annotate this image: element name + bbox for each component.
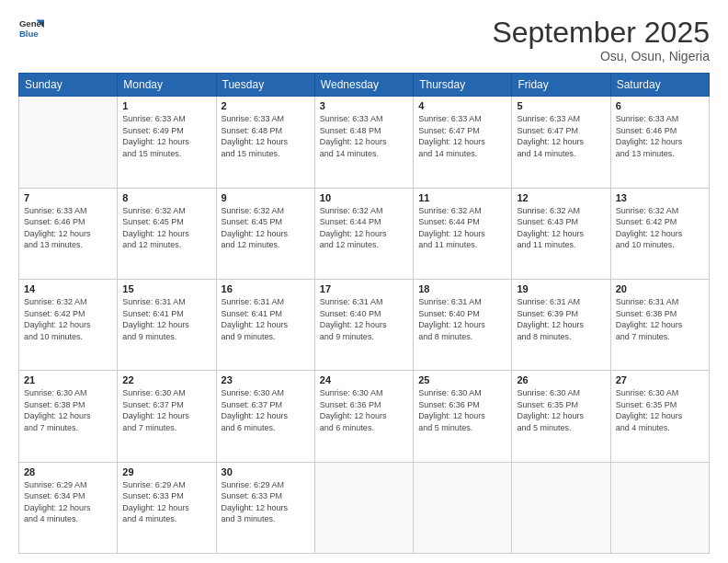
day-info: Sunrise: 6:30 AMSunset: 6:35 PMDaylight:… — [517, 387, 605, 433]
day-info: Sunrise: 6:33 AMSunset: 6:46 PMDaylight:… — [24, 205, 112, 251]
day-info: Sunrise: 6:30 AMSunset: 6:38 PMDaylight:… — [24, 387, 112, 433]
day-info: Sunrise: 6:32 AMSunset: 6:44 PMDaylight:… — [418, 205, 506, 251]
calendar-week-row-2: 7Sunrise: 6:33 AMSunset: 6:46 PMDaylight… — [19, 188, 710, 279]
col-friday: Friday — [512, 74, 610, 97]
location: Osu, Osun, Nigeria — [492, 49, 710, 63]
day-number: 28 — [24, 466, 112, 477]
calendar-cell: 29Sunrise: 6:29 AMSunset: 6:33 PMDayligh… — [118, 462, 216, 553]
calendar-cell — [512, 462, 610, 553]
calendar-cell: 9Sunrise: 6:32 AMSunset: 6:45 PMDaylight… — [216, 188, 314, 279]
header: General Blue September 2025 Osu, Osun, N… — [18, 17, 710, 63]
calendar-cell — [414, 462, 512, 553]
calendar-cell: 19Sunrise: 6:31 AMSunset: 6:39 PMDayligh… — [512, 279, 610, 370]
day-number: 8 — [122, 192, 210, 203]
day-number: 7 — [24, 192, 112, 203]
day-number: 15 — [122, 283, 210, 294]
calendar-header-row: Sunday Monday Tuesday Wednesday Thursday… — [19, 74, 710, 97]
calendar-cell: 28Sunrise: 6:29 AMSunset: 6:34 PMDayligh… — [19, 462, 118, 553]
calendar-cell: 18Sunrise: 6:31 AMSunset: 6:40 PMDayligh… — [414, 279, 512, 370]
calendar-cell: 2Sunrise: 6:33 AMSunset: 6:48 PMDaylight… — [216, 97, 314, 188]
calendar-week-row-3: 14Sunrise: 6:32 AMSunset: 6:42 PMDayligh… — [19, 279, 710, 370]
calendar-cell: 3Sunrise: 6:33 AMSunset: 6:48 PMDaylight… — [314, 97, 413, 188]
day-info: Sunrise: 6:33 AMSunset: 6:48 PMDaylight:… — [222, 113, 310, 159]
day-number: 2 — [222, 100, 310, 111]
title-block: September 2025 Osu, Osun, Nigeria — [492, 17, 710, 63]
calendar-cell — [314, 462, 413, 553]
calendar-cell: 1Sunrise: 6:33 AMSunset: 6:49 PMDaylight… — [118, 97, 216, 188]
day-info: Sunrise: 6:33 AMSunset: 6:48 PMDaylight:… — [320, 113, 408, 159]
calendar-cell: 26Sunrise: 6:30 AMSunset: 6:35 PMDayligh… — [512, 371, 610, 462]
day-number: 24 — [320, 374, 408, 385]
month-title: September 2025 — [492, 17, 710, 49]
day-info: Sunrise: 6:30 AMSunset: 6:36 PMDaylight:… — [320, 387, 408, 433]
calendar-cell: 15Sunrise: 6:31 AMSunset: 6:41 PMDayligh… — [118, 279, 216, 370]
day-info: Sunrise: 6:31 AMSunset: 6:41 PMDaylight:… — [122, 296, 210, 342]
day-info: Sunrise: 6:32 AMSunset: 6:45 PMDaylight:… — [122, 205, 210, 251]
calendar-cell: 14Sunrise: 6:32 AMSunset: 6:42 PMDayligh… — [19, 279, 118, 370]
day-number: 20 — [616, 283, 704, 294]
calendar-cell: 5Sunrise: 6:33 AMSunset: 6:47 PMDaylight… — [512, 97, 610, 188]
logo: General Blue — [18, 17, 44, 42]
day-number: 26 — [517, 374, 605, 385]
calendar-cell: 4Sunrise: 6:33 AMSunset: 6:47 PMDaylight… — [414, 97, 512, 188]
day-number: 17 — [320, 283, 408, 294]
day-info: Sunrise: 6:33 AMSunset: 6:46 PMDaylight:… — [616, 113, 704, 159]
day-number: 14 — [24, 283, 112, 294]
day-info: Sunrise: 6:32 AMSunset: 6:44 PMDaylight:… — [320, 205, 408, 251]
day-number: 4 — [418, 100, 506, 111]
day-number: 18 — [418, 283, 506, 294]
day-info: Sunrise: 6:32 AMSunset: 6:42 PMDaylight:… — [24, 296, 112, 342]
col-saturday: Saturday — [610, 74, 709, 97]
day-number: 3 — [320, 100, 408, 111]
calendar-cell: 8Sunrise: 6:32 AMSunset: 6:45 PMDaylight… — [118, 188, 216, 279]
day-number: 29 — [122, 466, 210, 477]
calendar-cell: 25Sunrise: 6:30 AMSunset: 6:36 PMDayligh… — [414, 371, 512, 462]
calendar-cell: 22Sunrise: 6:30 AMSunset: 6:37 PMDayligh… — [118, 371, 216, 462]
day-number: 23 — [222, 374, 310, 385]
day-number: 16 — [222, 283, 310, 294]
calendar-cell: 16Sunrise: 6:31 AMSunset: 6:41 PMDayligh… — [216, 279, 314, 370]
calendar-cell: 30Sunrise: 6:29 AMSunset: 6:33 PMDayligh… — [216, 462, 314, 553]
calendar-week-row-1: 1Sunrise: 6:33 AMSunset: 6:49 PMDaylight… — [19, 97, 710, 188]
day-info: Sunrise: 6:29 AMSunset: 6:33 PMDaylight:… — [222, 479, 310, 525]
day-info: Sunrise: 6:29 AMSunset: 6:33 PMDaylight:… — [122, 479, 210, 525]
day-info: Sunrise: 6:31 AMSunset: 6:39 PMDaylight:… — [517, 296, 605, 342]
day-info: Sunrise: 6:33 AMSunset: 6:47 PMDaylight:… — [517, 113, 605, 159]
day-number: 13 — [616, 192, 704, 203]
svg-text:General: General — [19, 18, 44, 29]
day-info: Sunrise: 6:32 AMSunset: 6:42 PMDaylight:… — [616, 205, 704, 251]
day-info: Sunrise: 6:32 AMSunset: 6:45 PMDaylight:… — [222, 205, 310, 251]
day-info: Sunrise: 6:33 AMSunset: 6:49 PMDaylight:… — [122, 113, 210, 159]
day-number: 22 — [122, 374, 210, 385]
page: General Blue September 2025 Osu, Osun, N… — [0, 0, 728, 563]
calendar-cell: 7Sunrise: 6:33 AMSunset: 6:46 PMDaylight… — [19, 188, 118, 279]
calendar-cell: 10Sunrise: 6:32 AMSunset: 6:44 PMDayligh… — [314, 188, 413, 279]
svg-text:Blue: Blue — [19, 29, 39, 39]
calendar-cell: 6Sunrise: 6:33 AMSunset: 6:46 PMDaylight… — [610, 97, 709, 188]
logo-icon: General Blue — [18, 17, 44, 42]
calendar-cell: 23Sunrise: 6:30 AMSunset: 6:37 PMDayligh… — [216, 371, 314, 462]
calendar-cell: 21Sunrise: 6:30 AMSunset: 6:38 PMDayligh… — [19, 371, 118, 462]
day-info: Sunrise: 6:31 AMSunset: 6:38 PMDaylight:… — [616, 296, 704, 342]
day-number: 9 — [222, 192, 310, 203]
day-info: Sunrise: 6:31 AMSunset: 6:41 PMDaylight:… — [222, 296, 310, 342]
calendar-cell: 17Sunrise: 6:31 AMSunset: 6:40 PMDayligh… — [314, 279, 413, 370]
day-number: 6 — [616, 100, 704, 111]
col-thursday: Thursday — [414, 74, 512, 97]
calendar-cell — [610, 462, 709, 553]
day-number: 12 — [517, 192, 605, 203]
calendar-cell: 24Sunrise: 6:30 AMSunset: 6:36 PMDayligh… — [314, 371, 413, 462]
day-number: 30 — [222, 466, 310, 477]
day-number: 11 — [418, 192, 506, 203]
col-monday: Monday — [118, 74, 216, 97]
day-number: 27 — [616, 374, 704, 385]
day-info: Sunrise: 6:33 AMSunset: 6:47 PMDaylight:… — [418, 113, 506, 159]
calendar-cell: 12Sunrise: 6:32 AMSunset: 6:43 PMDayligh… — [512, 188, 610, 279]
day-info: Sunrise: 6:29 AMSunset: 6:34 PMDaylight:… — [24, 479, 112, 525]
calendar-week-row-5: 28Sunrise: 6:29 AMSunset: 6:34 PMDayligh… — [19, 462, 710, 553]
calendar-cell: 13Sunrise: 6:32 AMSunset: 6:42 PMDayligh… — [610, 188, 709, 279]
calendar-cell — [19, 97, 118, 188]
day-info: Sunrise: 6:30 AMSunset: 6:37 PMDaylight:… — [222, 387, 310, 433]
day-info: Sunrise: 6:30 AMSunset: 6:37 PMDaylight:… — [122, 387, 210, 433]
col-sunday: Sunday — [19, 74, 118, 97]
